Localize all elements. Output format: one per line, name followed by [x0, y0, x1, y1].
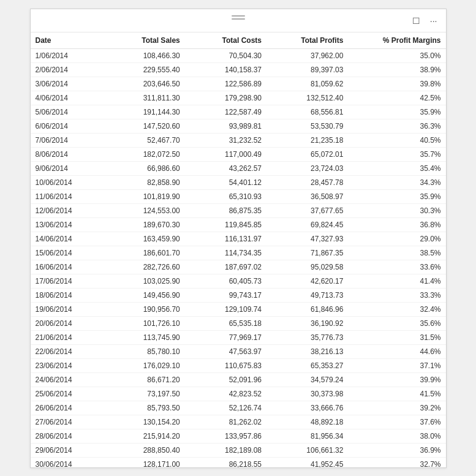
cell-8-0: 9/06/2014 — [31, 161, 97, 175]
cell-8-3: 23,724.03 — [266, 161, 348, 175]
cell-21-2: 47,563.97 — [185, 344, 266, 358]
cell-26-3: 48,892.18 — [266, 415, 348, 429]
data-table-card: ☐ ··· Date Total Sales Total Costs Total… — [30, 9, 447, 468]
cell-9-2: 54,401.12 — [185, 175, 266, 189]
table-row: 1/06/2014108,466.3070,504.3037,962.0035.… — [31, 48, 446, 62]
cell-14-2: 114,734.35 — [185, 246, 266, 260]
cell-4-2: 122,587.49 — [185, 105, 266, 119]
table-body: 1/06/2014108,466.3070,504.3037,962.0035.… — [31, 48, 446, 467]
cell-1-1: 229,555.40 — [97, 62, 185, 77]
table-row: 18/06/2014149,456.9099,743.1749,713.7333… — [31, 288, 446, 302]
cell-14-1: 186,601.70 — [97, 246, 185, 260]
cell-23-0: 24/06/2014 — [31, 372, 97, 387]
cell-2-1: 203,646.50 — [97, 77, 185, 91]
drag-handle[interactable] — [232, 15, 245, 20]
cell-7-3: 65,072.01 — [266, 147, 348, 161]
table-row: 26/06/201485,793.5052,126.7433,666.7639.… — [31, 401, 446, 415]
cell-2-4: 39.8% — [348, 77, 445, 91]
cell-10-0: 11/06/2014 — [31, 189, 97, 203]
cell-1-2: 140,158.37 — [185, 62, 266, 77]
cell-4-0: 5/06/2014 — [31, 105, 97, 119]
cell-28-1: 288,850.40 — [97, 443, 185, 457]
data-table: Date Total Sales Total Costs Total Profi… — [31, 32, 446, 467]
cell-25-1: 85,793.50 — [97, 401, 185, 415]
cell-6-1: 52,467.70 — [97, 133, 185, 147]
cell-0-1: 108,466.30 — [97, 48, 185, 62]
cell-14-3: 71,867.35 — [266, 246, 348, 260]
cell-20-3: 35,776.73 — [266, 330, 348, 344]
table-row: 4/06/2014311,811.30179,298.90132,512.404… — [31, 91, 446, 105]
cell-22-4: 37.1% — [348, 358, 445, 372]
cell-24-1: 73,197.50 — [97, 387, 185, 401]
cell-29-3: 41,952.45 — [266, 457, 348, 467]
table-row: 13/06/2014189,670.30119,845.8569,824.453… — [31, 217, 446, 232]
more-options-icon[interactable]: ··· — [428, 15, 440, 27]
cell-19-1: 101,726.10 — [97, 316, 185, 330]
expand-icon[interactable]: ☐ — [410, 15, 423, 27]
cell-10-4: 35.9% — [348, 189, 445, 203]
cell-25-0: 26/06/2014 — [31, 401, 97, 415]
cell-17-2: 99,743.17 — [185, 288, 266, 302]
col-total-profits: Total Profits — [266, 32, 348, 49]
cell-3-2: 179,298.90 — [185, 91, 266, 105]
cell-19-3: 36,190.92 — [266, 316, 348, 330]
cell-10-1: 101,819.90 — [97, 189, 185, 203]
col-date: Date — [31, 32, 97, 49]
cell-15-0: 16/06/2014 — [31, 260, 97, 274]
cell-4-1: 191,144.30 — [97, 105, 185, 119]
table-row: 20/06/2014101,726.1065,535.1836,190.9235… — [31, 316, 446, 330]
table-row: 29/06/2014288,850.40182,189.08106,661.32… — [31, 443, 446, 457]
cell-7-4: 35.7% — [348, 147, 445, 161]
table-scroll-area[interactable]: Date Total Sales Total Costs Total Profi… — [31, 32, 446, 467]
table-row: 5/06/2014191,144.30122,587.4968,556.8135… — [31, 105, 446, 119]
cell-6-4: 40.5% — [348, 133, 445, 147]
cell-11-4: 30.3% — [348, 203, 445, 217]
cell-16-1: 103,025.90 — [97, 274, 185, 288]
cell-4-4: 35.9% — [348, 105, 445, 119]
table-row: 2/06/2014229,555.40140,158.3789,397.0338… — [31, 62, 446, 77]
table-row: 10/06/201482,858.9054,401.1228,457.7834.… — [31, 175, 446, 189]
table-row: 12/06/2014124,553.0086,875.3537,677.6530… — [31, 203, 446, 217]
cell-18-4: 32.4% — [348, 302, 445, 316]
cell-0-3: 37,962.00 — [266, 48, 348, 62]
cell-25-4: 39.2% — [348, 401, 445, 415]
card-header: ☐ ··· — [31, 9, 446, 32]
cell-27-0: 28/06/2014 — [31, 429, 97, 443]
cell-20-4: 31.5% — [348, 330, 445, 344]
cell-13-3: 47,327.93 — [266, 232, 348, 246]
cell-12-1: 189,670.30 — [97, 217, 185, 232]
cell-28-0: 29/06/2014 — [31, 443, 97, 457]
cell-27-2: 133,957.86 — [185, 429, 266, 443]
cell-21-4: 44.6% — [348, 344, 445, 358]
table-row: 6/06/2014147,520.6093,989.8153,530.7936.… — [31, 119, 446, 133]
cell-7-2: 117,000.49 — [185, 147, 266, 161]
cell-10-2: 65,310.93 — [185, 189, 266, 203]
cell-22-1: 176,029.10 — [97, 358, 185, 372]
cell-14-4: 38.5% — [348, 246, 445, 260]
cell-12-0: 13/06/2014 — [31, 217, 97, 232]
table-row: 7/06/201452,467.7031,232.5221,235.1840.5… — [31, 133, 446, 147]
cell-5-3: 53,530.79 — [266, 119, 348, 133]
cell-24-3: 30,373.98 — [266, 387, 348, 401]
cell-29-4: 32.7% — [348, 457, 445, 467]
cell-20-1: 113,745.90 — [97, 330, 185, 344]
cell-27-3: 81,956.34 — [266, 429, 348, 443]
cell-13-0: 14/06/2014 — [31, 232, 97, 246]
cell-6-0: 7/06/2014 — [31, 133, 97, 147]
cell-15-1: 282,726.60 — [97, 260, 185, 274]
cell-1-3: 89,397.03 — [266, 62, 348, 77]
cell-15-4: 33.6% — [348, 260, 445, 274]
cell-15-2: 187,697.02 — [185, 260, 266, 274]
cell-24-0: 25/06/2014 — [31, 387, 97, 401]
table-row: 25/06/201473,197.5042,823.5230,373.9841.… — [31, 387, 446, 401]
cell-21-0: 22/06/2014 — [31, 344, 97, 358]
cell-5-2: 93,989.81 — [185, 119, 266, 133]
cell-3-4: 42.5% — [348, 91, 445, 105]
cell-5-1: 147,520.60 — [97, 119, 185, 133]
cell-18-1: 190,956.70 — [97, 302, 185, 316]
cell-10-3: 36,508.97 — [266, 189, 348, 203]
table-row: 3/06/2014203,646.50122,586.8981,059.6239… — [31, 77, 446, 91]
cell-17-1: 149,456.90 — [97, 288, 185, 302]
cell-12-2: 119,845.85 — [185, 217, 266, 232]
cell-17-4: 33.3% — [348, 288, 445, 302]
